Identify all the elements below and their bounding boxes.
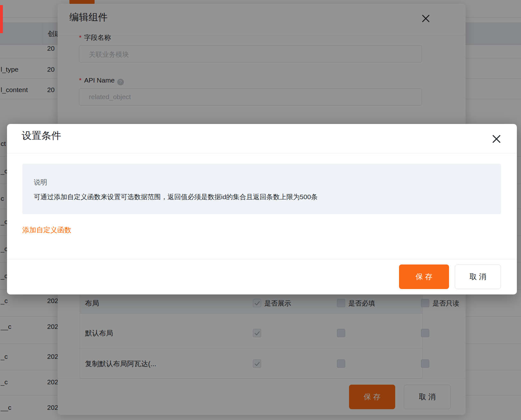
close-icon[interactable] (491, 134, 502, 144)
condition-modal-title: 设置条件 (22, 129, 61, 142)
screen: 创建 20l_type20l_content20ct_cc_c_c_c_c202… (0, 0, 521, 420)
info-box: 说明 可通过添加自定义函数来设置可选数据范围，返回值必须是数据id的集合且返回条… (22, 164, 501, 214)
info-heading: 说明 (34, 178, 47, 187)
condition-modal-footer-divider (7, 259, 517, 259)
set-condition-modal: 设置条件 说明 可通过添加自定义函数来设置可选数据范围，返回值必须是数据id的集… (7, 124, 517, 294)
add-custom-function-link[interactable]: 添加自定义函数 (22, 225, 71, 235)
cancel-button[interactable]: 取 消 (455, 264, 501, 289)
condition-modal-header-divider (7, 153, 517, 153)
left-edge-red-bar (0, 5, 3, 33)
info-body: 可通过添加自定义函数来设置可选数据范围，返回值必须是数据id的集合且返回条数上限… (34, 192, 318, 201)
save-button[interactable]: 保 存 (399, 264, 449, 289)
